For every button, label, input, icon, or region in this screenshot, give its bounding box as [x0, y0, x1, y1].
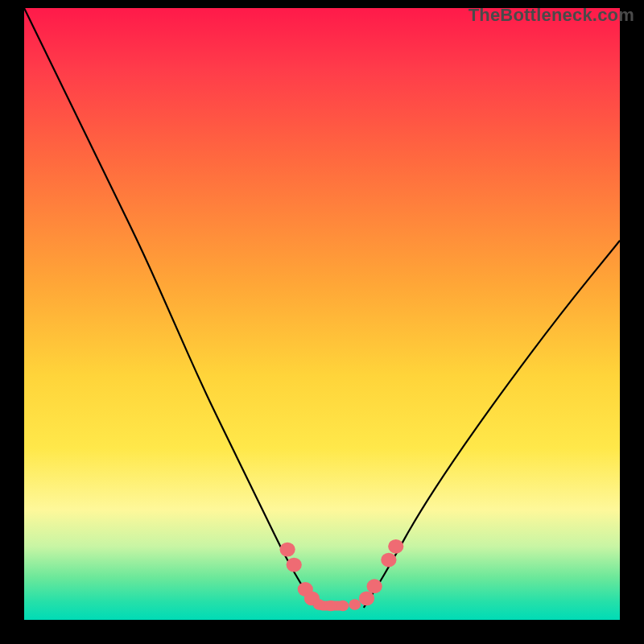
marker-bead — [313, 599, 325, 610]
marker-bead — [388, 539, 403, 554]
marker-bead — [325, 601, 337, 612]
marker-bead — [381, 553, 396, 568]
chart-svg — [24, 8, 620, 620]
marker-bead — [367, 579, 382, 593]
marker-bead — [359, 592, 374, 606]
watermark-text: TheBottleneck.com — [469, 5, 634, 26]
marker-bead — [349, 599, 361, 610]
marker-bead — [337, 601, 349, 612]
marker-bead — [279, 543, 295, 557]
curve-left — [24, 8, 316, 608]
app-frame: TheBottleneck.com — [0, 0, 644, 644]
markers-group — [279, 539, 403, 611]
marker-bead — [287, 558, 302, 572]
curve-right — [364, 241, 620, 608]
